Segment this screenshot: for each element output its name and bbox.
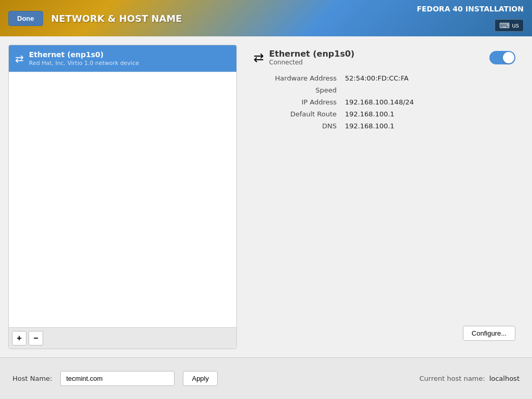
network-item-info: Ethernet (enp1s0) Red Hat, Inc. Virtio 1… bbox=[29, 50, 139, 66]
network-list-toolbar: + − bbox=[9, 327, 236, 349]
network-item-ethernet[interactable]: ⇄ Ethernet (enp1s0) Red Hat, Inc. Virtio… bbox=[9, 45, 236, 72]
keyboard-indicator[interactable]: ⌨ us bbox=[495, 19, 524, 32]
current-hostname-label: Current host name: bbox=[419, 375, 485, 382]
device-name: Ethernet (enp1s0) bbox=[269, 49, 354, 59]
device-icon: ⇄ bbox=[254, 50, 264, 65]
connection-toggle[interactable] bbox=[489, 51, 515, 64]
keyboard-layout-label: us bbox=[512, 22, 519, 29]
speed-label: Speed bbox=[264, 86, 337, 94]
network-detail-panel: ⇄ Ethernet (enp1s0) Connected Hardware A… bbox=[245, 45, 524, 349]
dns-label: DNS bbox=[264, 122, 337, 130]
ip-address-value: 192.168.100.148/24 bbox=[345, 98, 515, 106]
default-route-value: 192.168.100.1 bbox=[345, 110, 515, 118]
header-left: Done NETWORK & HOST NAME bbox=[8, 11, 182, 26]
hardware-address-label: Hardware Address bbox=[264, 74, 337, 82]
hostname-label: Host Name: bbox=[12, 375, 52, 382]
main-content: ⇄ Ethernet (enp1s0) Red Hat, Inc. Virtio… bbox=[0, 36, 532, 357]
remove-network-button[interactable]: − bbox=[29, 331, 43, 345]
hardware-address-value: 52:54:00:FD:CC:FA bbox=[345, 74, 515, 82]
network-item-subtitle: Red Hat, Inc. Virtio 1.0 network device bbox=[29, 60, 139, 66]
add-network-button[interactable]: + bbox=[12, 331, 26, 345]
device-header: ⇄ Ethernet (enp1s0) Connected bbox=[254, 49, 515, 66]
device-status: Connected bbox=[269, 59, 354, 66]
keyboard-icon: ⌨ bbox=[499, 21, 510, 30]
toggle-switch[interactable] bbox=[489, 51, 515, 64]
speed-value bbox=[345, 86, 515, 94]
device-info: Ethernet (enp1s0) Connected bbox=[269, 49, 354, 66]
configure-button[interactable]: Configure... bbox=[463, 326, 515, 341]
header-right: FEDORA 40 INSTALLATION ⌨ us bbox=[417, 5, 524, 32]
dns-value: 192.168.100.1 bbox=[345, 122, 515, 130]
fedora-title: FEDORA 40 INSTALLATION bbox=[417, 5, 524, 13]
current-hostname-value: localhost bbox=[489, 375, 520, 382]
detail-table: Hardware Address 52:54:00:FD:CC:FA Speed… bbox=[264, 74, 515, 130]
network-item-name: Ethernet (enp1s0) bbox=[29, 50, 139, 59]
network-list-panel: ⇄ Ethernet (enp1s0) Red Hat, Inc. Virtio… bbox=[8, 45, 237, 349]
bottom-bar: Host Name: Apply Current host name: loca… bbox=[0, 357, 532, 399]
network-list: ⇄ Ethernet (enp1s0) Red Hat, Inc. Virtio… bbox=[9, 45, 236, 327]
header: Done NETWORK & HOST NAME FEDORA 40 INSTA… bbox=[0, 0, 532, 36]
ethernet-icon: ⇄ bbox=[15, 52, 24, 65]
current-hostname-section: Current host name: localhost bbox=[419, 375, 520, 382]
hostname-input[interactable] bbox=[60, 371, 175, 386]
ip-address-label: IP Address bbox=[264, 98, 337, 106]
default-route-label: Default Route bbox=[264, 110, 337, 118]
apply-button[interactable]: Apply bbox=[183, 371, 218, 386]
done-button[interactable]: Done bbox=[8, 11, 43, 26]
page-title: NETWORK & HOST NAME bbox=[51, 13, 182, 24]
